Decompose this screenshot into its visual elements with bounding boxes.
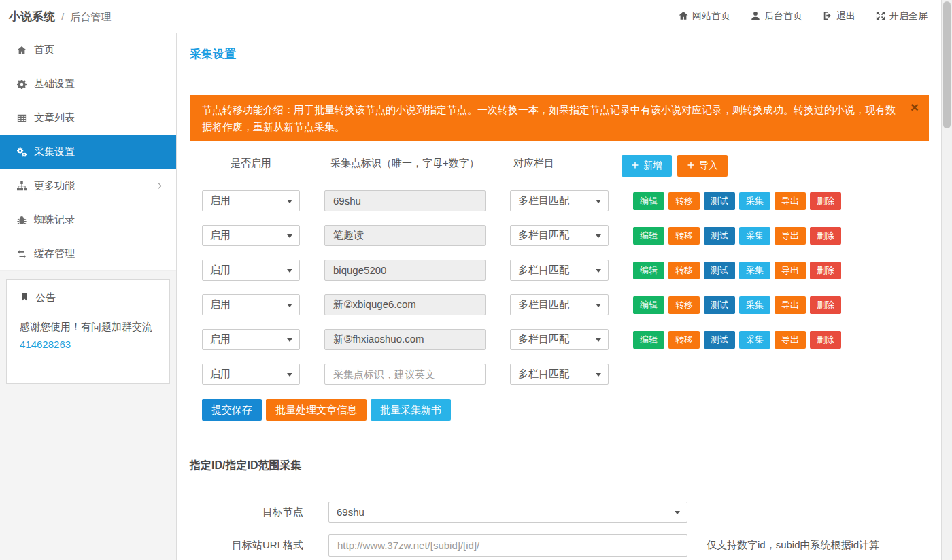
collect-button[interactable]: 采集: [739, 262, 770, 279]
transfer-button[interactable]: 转移: [668, 227, 700, 245]
user-icon: [751, 11, 760, 22]
export-button[interactable]: 导出: [775, 331, 806, 349]
sidebar-item-article-list[interactable]: 文章列表: [0, 101, 176, 135]
scrollbar-thumb[interactable]: [943, 1, 951, 128]
mark-input[interactable]: [324, 364, 486, 385]
sidebar-item-cache-management[interactable]: 缓存管理: [0, 237, 176, 271]
signout-icon: [823, 11, 832, 22]
edit-button[interactable]: 编辑: [633, 262, 664, 279]
vertical-scrollbar[interactable]: [941, 0, 952, 560]
header-column: 对应栏目: [510, 155, 609, 171]
edit-button[interactable]: 编辑: [633, 227, 664, 245]
export-button[interactable]: 导出: [775, 296, 806, 314]
column-select-value: 多栏目匹配: [518, 194, 569, 207]
sidebar-menu: 首页 基础设置 文章列表 采集设置 更多功能 蜘蛛记录: [0, 33, 176, 271]
target-node-value: 69shu: [337, 506, 364, 518]
submit-save-button[interactable]: 提交保存: [202, 399, 262, 421]
transfer-button[interactable]: 转移: [668, 331, 700, 349]
sidebar-item-spider-log[interactable]: 蜘蛛记录: [0, 203, 176, 237]
bug-icon: [17, 215, 27, 225]
delete-button[interactable]: 删除: [810, 296, 841, 314]
table-icon: [17, 113, 27, 123]
export-button[interactable]: 导出: [775, 262, 806, 279]
top-bar: 小说系统 / 后台管理 网站首页 后台首页 退出 开启全屏: [0, 0, 952, 33]
column-select[interactable]: 多栏目匹配: [510, 364, 609, 385]
enable-select[interactable]: 启用: [202, 364, 300, 385]
column-select[interactable]: 多栏目匹配: [510, 190, 609, 211]
enable-select-value: 启用: [210, 194, 231, 207]
test-button[interactable]: 测试: [704, 262, 735, 279]
column-select[interactable]: 多栏目匹配: [510, 329, 609, 350]
url-format-input[interactable]: [328, 534, 687, 557]
caret-down-icon: [287, 269, 292, 273]
transfer-button[interactable]: 转移: [668, 192, 700, 210]
sitemap-icon: [17, 181, 27, 191]
export-button[interactable]: 导出: [775, 227, 806, 245]
gear-icon: [17, 80, 27, 89]
mark-input[interactable]: [324, 190, 486, 211]
row-actions: 编辑 转移 测试 采集 导出 删除: [633, 296, 841, 314]
sidebar-item-label: 首页: [34, 43, 54, 56]
notice-header: 公告: [20, 292, 157, 304]
import-button[interactable]: 导入: [677, 155, 728, 177]
column-select-value: 多栏目匹配: [518, 333, 569, 346]
test-button[interactable]: 测试: [704, 192, 735, 210]
collect-button[interactable]: 采集: [739, 331, 770, 349]
column-select[interactable]: 多栏目匹配: [510, 260, 609, 281]
sidebar-item-more-features[interactable]: 更多功能: [0, 169, 176, 203]
row-actions: 编辑 转移 测试 采集 导出 删除: [633, 192, 841, 210]
test-button[interactable]: 测试: [704, 296, 735, 314]
export-button[interactable]: 导出: [775, 192, 806, 210]
add-button[interactable]: 新增: [622, 155, 672, 177]
column-select-value: 多栏目匹配: [518, 264, 569, 277]
enable-select[interactable]: 启用: [202, 190, 300, 211]
transfer-button[interactable]: 转移: [668, 262, 700, 279]
delete-button[interactable]: 删除: [810, 331, 841, 349]
sidebar-item-basic-settings[interactable]: 基础设置: [0, 67, 176, 101]
qq-group-link[interactable]: 414628263: [20, 338, 71, 350]
breadcrumb-separator: /: [61, 11, 64, 22]
mark-input[interactable]: [324, 329, 486, 350]
sidebar-item-collect-settings[interactable]: 采集设置: [0, 135, 176, 169]
mark-input[interactable]: [324, 225, 486, 246]
column-select[interactable]: 多栏目匹配: [510, 225, 609, 246]
delete-button[interactable]: 删除: [810, 262, 841, 279]
enable-select[interactable]: 启用: [202, 294, 300, 315]
header-mark: 采集点标识（唯一，字母+数字）: [324, 155, 486, 171]
fullscreen-link[interactable]: 开启全屏: [876, 10, 928, 22]
admin-home-link[interactable]: 后台首页: [751, 10, 802, 22]
batch-process-button[interactable]: 批量处理文章信息: [266, 399, 367, 421]
sidebar-item-label: 更多功能: [34, 179, 75, 192]
close-icon[interactable]: ×: [911, 100, 919, 114]
enable-select[interactable]: 启用: [202, 225, 300, 246]
batch-collect-button[interactable]: 批量采集新书: [371, 399, 451, 421]
edit-button[interactable]: 编辑: [633, 331, 664, 349]
edit-button[interactable]: 编辑: [633, 296, 664, 314]
enable-select[interactable]: 启用: [202, 260, 300, 281]
caret-down-icon: [596, 373, 601, 377]
enable-select-value: 启用: [210, 298, 231, 311]
table-footer-buttons: 提交保存 批量处理文章信息 批量采集新书: [190, 399, 929, 421]
collect-button[interactable]: 采集: [739, 227, 770, 245]
test-button[interactable]: 测试: [704, 227, 735, 245]
logout-link[interactable]: 退出: [823, 10, 855, 22]
test-button[interactable]: 测试: [704, 331, 735, 349]
column-select[interactable]: 多栏目匹配: [510, 294, 609, 315]
header-enable: 是否启用: [202, 155, 300, 171]
site-home-link[interactable]: 网站首页: [679, 10, 730, 22]
mark-input[interactable]: [324, 260, 486, 281]
sidebar-item-home[interactable]: 首页: [0, 33, 176, 67]
delete-button[interactable]: 删除: [810, 227, 841, 245]
target-node-select[interactable]: 69shu: [328, 502, 687, 523]
mark-input[interactable]: [324, 294, 486, 315]
transfer-info-alert: 节点转移功能介绍：用于批量转换该节点的小说到指定节点。一次转换一本，如果指定节点…: [190, 95, 929, 141]
caret-down-icon: [596, 234, 601, 238]
enable-select[interactable]: 启用: [202, 329, 300, 350]
edit-button[interactable]: 编辑: [633, 192, 664, 210]
sidebar-item-label: 文章列表: [34, 111, 75, 124]
collect-button[interactable]: 采集: [739, 192, 770, 210]
delete-button[interactable]: 删除: [810, 192, 841, 210]
collect-button[interactable]: 采集: [739, 296, 770, 314]
transfer-button[interactable]: 转移: [668, 296, 700, 314]
plus-icon: [687, 160, 695, 171]
